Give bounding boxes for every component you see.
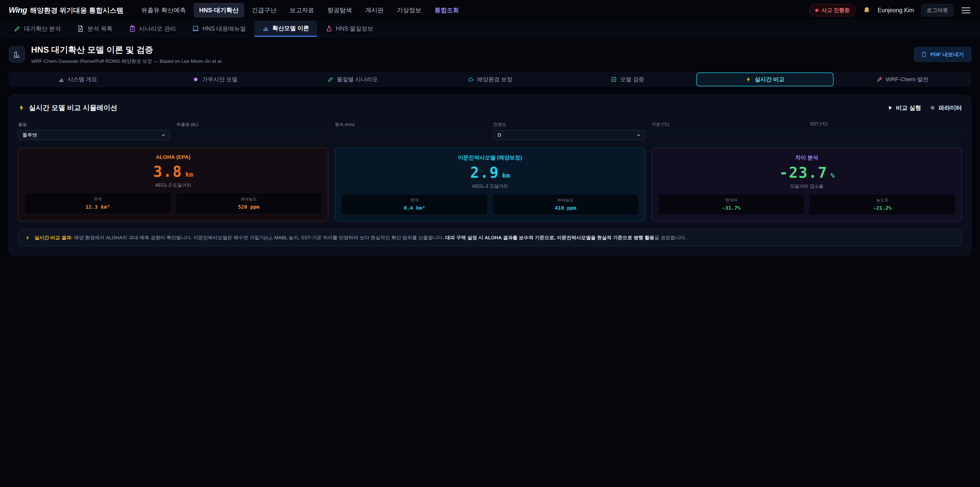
nav-item-weather[interactable]: 기상정보 [391, 3, 427, 18]
pdf-file-icon [921, 51, 927, 57]
logout-button[interactable]: 로그아웃 [921, 4, 953, 16]
clipboard-icon [129, 25, 136, 32]
field-wind-speed: 풍속 (m/s) [335, 121, 487, 140]
bell-icon[interactable] [863, 6, 870, 14]
result-card-caption: AEGL-2 도달거리 [25, 182, 321, 188]
incident-badge-label: 사고 진행중 [821, 6, 850, 14]
stat-area: 면적 8.4 km² [342, 194, 487, 214]
stat-max-concentration: 최대농도 410 ppm [493, 194, 638, 214]
spill-volume-input[interactable] [177, 130, 328, 140]
check-square-icon [611, 77, 617, 83]
field-label: 풍속 (m/s) [335, 121, 487, 128]
app-brand: Wing 해양환경 위기대응 통합시스템 [9, 6, 124, 15]
panel-actions: 비교 실행 파라미터 [887, 104, 962, 112]
incident-dot-icon [815, 9, 818, 12]
page-subtitle: WRF-Chem·Gaussian Plume/Puff·ROMS·해양환경 보… [31, 58, 223, 65]
hamburger-menu-icon[interactable] [961, 6, 971, 15]
field-sst: SST (°C) [810, 121, 962, 140]
subtab-label: 대기확산 분석 [24, 25, 61, 33]
section-tab-label: 해양환경 보정 [477, 76, 512, 83]
comparison-result-note: 실시간 비교 결과: 해양 환경에서 ALOHA의 과대 예측 경향이 확인됩니… [18, 229, 962, 246]
nav-item-rescue[interactable]: 긴급구난 [246, 3, 282, 18]
app-title: 해양환경 위기대응 통합시스템 [30, 6, 123, 15]
stat-max-concentration: 최대농도 520 ppm [176, 193, 321, 214]
field-label: 유출량 (kL) [177, 121, 328, 128]
section-tab-substance-scenarios[interactable]: 물질별 시나리오 [284, 72, 422, 86]
section-tab-marine-correction[interactable]: 해양환경 보정 [422, 72, 559, 86]
subtab-scenario-manager[interactable]: 시나리오 관리 [121, 21, 183, 37]
stat-area: 면적 12.3 km² [25, 193, 170, 214]
section-tab-wrf-chem[interactable]: WRF-Chem·발전 [834, 72, 971, 86]
file-icon [77, 25, 84, 32]
nav-item-integrated-search[interactable]: 통합조회 [429, 3, 465, 18]
air-temperature-input[interactable] [652, 130, 803, 140]
subtab-diffusion-model-theory[interactable]: 확산모델 이론 [255, 21, 317, 37]
field-label: 기온 (°C) [652, 121, 803, 128]
section-tab-label: 모델 검증 [620, 76, 644, 83]
result-card-value: 2.9km [342, 165, 638, 180]
page-header-text: HNS 대기확산 모델 이론 및 검증 WRF-Chem·Gaussian Pl… [31, 44, 223, 65]
nav-item-oil-spill[interactable]: 유출유 확산예측 [136, 3, 192, 18]
stat-area-difference: 면적차 -31.7% [659, 194, 804, 214]
bar-chart-icon [262, 25, 269, 32]
page-title: HNS 대기확산 모델 이론 및 검증 [31, 44, 223, 56]
result-card-difference: 차이 분석 -23.7% 도달거리 감소율 면적차 -31.7% 농도차 -21… [652, 148, 962, 221]
pdf-export-label: PDF 내보내기 [930, 51, 964, 58]
section-tab-label: 물질별 시나리오 [337, 76, 378, 83]
parameters-button[interactable]: 파라미터 [930, 104, 962, 112]
run-comparison-button[interactable]: 비교 실행 [887, 104, 921, 112]
section-tab-system-overview[interactable]: 시스템 개요 [9, 72, 146, 86]
play-icon [887, 105, 893, 110]
result-card-title: 이문진박사모델 (해양보정) [342, 154, 638, 161]
stat-concentration-difference: 농도차 -21.2% [810, 194, 955, 214]
result-card-value: 3.8km [25, 164, 321, 179]
nav-item-aerial-search[interactable]: 항공탐색 [322, 3, 358, 18]
result-card-stats: 면적 8.4 km² 최대농도 410 ppm [342, 194, 638, 214]
page-header: HNS 대기확산 모델 이론 및 검증 WRF-Chem·Gaussian Pl… [0, 37, 980, 71]
comparison-result-cards: ALOHA (EPA) 3.8km AEGL-2 도달거리 면적 12.3 km… [18, 148, 962, 221]
subtab-analysis-list[interactable]: 분석 목록 [69, 21, 120, 37]
lightning-icon [25, 235, 30, 241]
stability-select[interactable]: D [493, 130, 645, 140]
result-card-lee-model: 이문진박사모델 (해양보정) 2.9km AEGL-2 도달거리 면적 8.4 … [335, 148, 645, 221]
section-tabs: 시스템 개요 가우시안 모델 물질별 시나리오 해양환경 보정 모델 검증 실시… [9, 72, 971, 86]
chevron-down-icon [636, 133, 641, 137]
nav-item-reports[interactable]: 보고자료 [284, 3, 320, 18]
section-tab-realtime-comparison[interactable]: 실시간 비교 [696, 72, 834, 86]
stability-select-value: D [498, 132, 501, 138]
sub-navigation: 대기확산 분석 분석 목록 시나리오 관리 HNS 대응매뉴얼 확산모델 이론 … [0, 21, 980, 37]
nav-item-hns-atmos[interactable]: HNS·대기확산 [193, 3, 244, 18]
lightning-icon [746, 77, 752, 83]
chevron-down-icon [161, 133, 165, 137]
subtab-hns-manual[interactable]: HNS 대응매뉴얼 [185, 21, 253, 37]
sst-input[interactable] [810, 129, 962, 139]
result-card-title: 차이 분석 [659, 154, 955, 161]
rocket-icon [877, 77, 883, 83]
gear-icon [930, 105, 935, 110]
result-card-aloha: ALOHA (EPA) 3.8km AEGL-2 도달거리 면적 12.3 km… [18, 148, 328, 221]
app-logo: Wing [9, 6, 27, 15]
section-tab-model-validation[interactable]: 모델 검증 [558, 72, 696, 86]
panel-title: 실시간 모델 비교 시뮬레이션 [18, 103, 118, 112]
subtab-hns-substance-info[interactable]: HNS 물질정보 [318, 21, 381, 37]
section-tab-label: 시스템 개요 [68, 76, 97, 83]
pencil-icon [14, 25, 21, 32]
topnav-right-controls: 사고 진행중 Eunjeong Kim 로그아웃 [809, 4, 971, 16]
pdf-export-button[interactable]: PDF 내보내기 [914, 47, 971, 62]
subtab-label: 시나리오 관리 [139, 25, 176, 33]
subtab-atmos-analysis[interactable]: 대기확산 분석 [6, 21, 68, 37]
substance-select-value: 톨루엔 [22, 132, 37, 139]
lightning-icon [18, 104, 25, 111]
note-text: 실시간 비교 결과: 해양 환경에서 ALOHA의 과대 예측 경향이 확인됩니… [35, 234, 686, 241]
wind-speed-input[interactable] [335, 130, 487, 140]
nav-item-board[interactable]: 게시판 [360, 3, 389, 18]
field-label: 안정도 [493, 121, 645, 128]
substance-select[interactable]: 톨루엔 [18, 130, 170, 140]
section-tab-label: 실시간 비교 [755, 76, 784, 83]
field-air-temperature: 기온 (°C) [652, 121, 803, 140]
subtab-label: HNS 물질정보 [336, 25, 373, 33]
section-tab-gaussian-model[interactable]: 가우시안 모델 [146, 72, 284, 86]
subtab-label: HNS 대응매뉴얼 [202, 25, 246, 33]
incident-status-badge[interactable]: 사고 진행중 [809, 4, 856, 16]
model-chart-icon [9, 46, 25, 62]
